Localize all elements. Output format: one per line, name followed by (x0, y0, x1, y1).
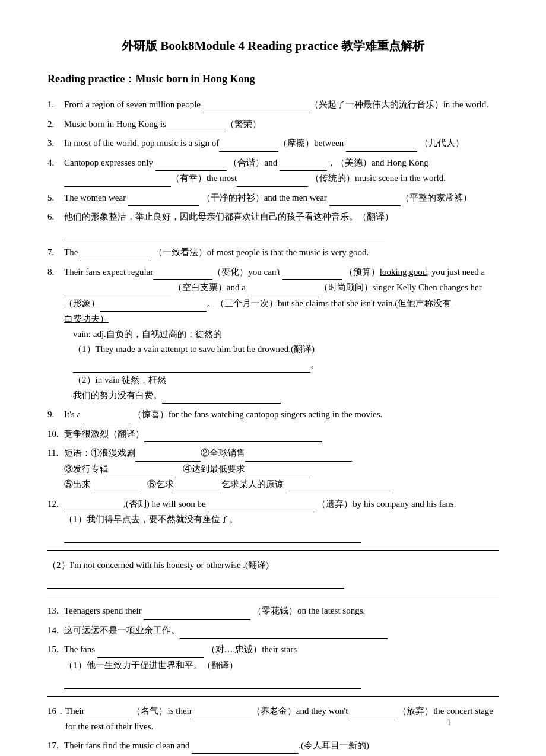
blank (100, 296, 207, 312)
list-item: 9. It's a （惊喜）for the fans watching cant… (47, 407, 499, 423)
blank (192, 738, 299, 754)
item-content: Music born in Hong Kong is （繁荣） (64, 117, 499, 133)
underline-text: 白费功夫） (64, 314, 109, 323)
item-num: 10. (47, 427, 64, 442)
item-num: 5. (47, 190, 64, 206)
blank (162, 388, 281, 404)
blank (174, 477, 221, 493)
blank (192, 704, 252, 720)
item-content: 短语：①浪漫戏剧 ②全球销售 ③发行专辑 ④达到最低要求 ⑤出来 ⑥乞求 乞求某… (64, 446, 499, 493)
blank (64, 280, 171, 296)
blank (64, 528, 361, 544)
item-num: 11. (47, 446, 64, 461)
item-num: 8. (47, 265, 64, 280)
item-num: 7. (47, 245, 64, 261)
item-num: 1. (47, 97, 64, 113)
blank (248, 280, 319, 296)
blank (128, 190, 199, 207)
blank (64, 171, 171, 187)
item-num: 6. (47, 209, 64, 225)
item-content: ,(否则) he will soon be （遗弃）by his company… (64, 497, 499, 544)
blank (91, 477, 138, 493)
blank (329, 190, 401, 207)
divider (47, 696, 499, 697)
blank (237, 171, 308, 187)
blank (346, 136, 417, 152)
list-item: 17. Their fans find the music clean and … (47, 738, 499, 754)
list-item: 14. 这可远远不是一项业余工作。 (47, 623, 499, 639)
blank (153, 265, 212, 281)
blank (282, 265, 342, 281)
blank (73, 357, 310, 373)
title-cn-suffix: 教学难重点解析 (341, 39, 424, 52)
item-num: 3. (47, 136, 64, 151)
blank (64, 673, 361, 689)
item-num: 16． (47, 704, 65, 719)
item-content: Teenagers spend their （零花钱）on the latest… (64, 603, 499, 620)
blank (203, 97, 310, 113)
blank (83, 407, 131, 423)
main-title: 外研版 Book8Module 4 Reading practice 教学难重点… (47, 36, 499, 57)
blank (280, 155, 327, 171)
item-content: It's a （惊喜）for the fans watching cantopo… (64, 407, 499, 423)
item-num: 2. (47, 117, 64, 132)
list-item: 1. From a region of seven million people… (47, 97, 499, 113)
list-item: 8. Their fans expect regular （变化）you can… (47, 265, 499, 404)
divider (47, 596, 499, 596)
blank (166, 117, 226, 133)
blank (97, 642, 204, 658)
item-num: 13. (47, 603, 64, 619)
item-num: 17. (47, 738, 64, 754)
blank (180, 623, 388, 639)
blank (144, 603, 250, 620)
item-num: 12. (47, 497, 64, 512)
list-item: 15. The fans （对….忠诚）their stars （1）他一生致力… (47, 642, 499, 689)
list-item: 6. 他们的形象整洁，举止良好，因此母亲们都喜欢让自己的孩子看这种音乐。（翻译） (47, 209, 499, 240)
blank (135, 446, 201, 462)
underline-text: but she claims that she isn't vain.(但他声称… (278, 298, 451, 308)
item-content: The （一致看法）of most people is that the mus… (64, 245, 499, 261)
item-content: （2）I'm not concerned with his honesty or… (47, 558, 499, 589)
title-en: Book8Module 4 Reading practice (160, 39, 341, 53)
blank (144, 427, 322, 443)
list-item: 16． Their （名气）is their （养老金）and they won… (47, 704, 499, 735)
blank (350, 704, 398, 720)
page-number: 1 (447, 716, 451, 730)
list-item: 13. Teenagers spend their （零花钱）on the la… (47, 603, 499, 620)
blank (155, 155, 227, 171)
blank (64, 497, 123, 513)
blank (109, 462, 174, 478)
list-item: 4. Cantopop expresses only （合谐）and ，（美德）… (47, 155, 499, 187)
item-num: 14. (47, 623, 64, 639)
blank (47, 573, 344, 589)
content-area: 1. From a region of seven million people… (47, 97, 499, 754)
subtitle: Reading practice：Music born in Hong Kong (47, 70, 499, 88)
list-item: 7. The （一致看法）of most people is that the … (47, 245, 499, 261)
underline-text: （形象） (64, 298, 100, 308)
item-content: Their fans expect regular （变化）you can't … (64, 265, 499, 404)
list-item: 2. Music born in Hong Kong is （繁荣） (47, 117, 499, 133)
title-cn-prefix: 外研版 (122, 39, 160, 52)
list-item: 3. In most of the world, pop music is a … (47, 136, 499, 152)
item-content: 竞争很激烈（翻译） (64, 427, 499, 443)
item-content: The fans （对….忠诚）their stars （1）他一生致力于促进世… (64, 642, 499, 689)
item-content: The women wear （干净的衬衫）and the men wear （… (64, 190, 499, 207)
list-item: 12. ,(否则) he will soon be （遗弃）by his com… (47, 497, 499, 544)
blank (80, 245, 151, 261)
list-item: （2）I'm not concerned with his honesty or… (47, 558, 499, 589)
item-content: Their fans find the music clean and .(令人… (64, 738, 499, 754)
blank (64, 225, 385, 241)
list-item: 10. 竞争很激烈（翻译） (47, 427, 499, 443)
item-num: 9. (47, 407, 64, 423)
item-content: Cantopop expresses only （合谐）and ，（美德）and… (64, 155, 499, 187)
item-num: 4. (47, 155, 64, 171)
divider (47, 550, 499, 551)
list-item: 11. 短语：①浪漫戏剧 ②全球销售 ③发行专辑 ④达到最低要求 ⑤出来 ⑥乞求… (47, 446, 499, 493)
blank (84, 704, 132, 720)
list-item: 5. The women wear （干净的衬衫）and the men wea… (47, 190, 499, 207)
underline-text: looking good (380, 267, 427, 277)
blank (219, 136, 278, 152)
blank (245, 446, 352, 462)
item-content: 这可远远不是一项业余工作。 (64, 623, 499, 639)
item-content: Their （名气）is their （养老金）and they won't （… (65, 704, 499, 735)
